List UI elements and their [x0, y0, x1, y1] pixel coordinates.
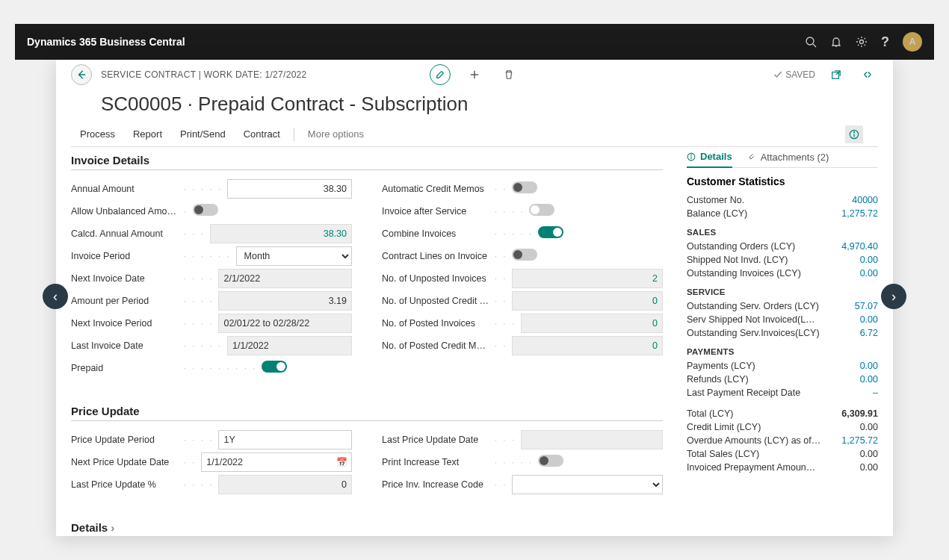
section-invoice-details[interactable]: Invoice Details — [71, 146, 663, 170]
label-unposted-invoices: No. of Unposted Invoices — [382, 273, 490, 284]
info-icon[interactable] — [845, 125, 863, 143]
allow-unbalanced-toggle[interactable] — [193, 204, 218, 216]
action-more-options[interactable]: More options — [299, 128, 373, 140]
svg-point-0 — [806, 37, 814, 45]
contract-lines-toggle[interactable] — [512, 249, 537, 261]
value-serv-shipped-not-inv[interactable]: 0.00 — [860, 314, 878, 325]
invoice-period-select[interactable]: Month — [236, 246, 352, 266]
label-auto-credit-memos: Automatic Credit Memos — [382, 184, 490, 194]
content: Invoice Details Annual Amount· · · · · A… — [71, 146, 878, 536]
label-credit-limit: Credit Limit (LCY) — [687, 422, 767, 432]
collapse-icon[interactable] — [857, 64, 878, 85]
label-next-invoice-period: Next Invoice Period — [71, 318, 179, 329]
label-price-update-period: Price Update Period — [71, 435, 179, 445]
value-outstanding-serv-orders[interactable]: 57.07 — [855, 301, 878, 311]
action-bar: Process Report Print/Send Contract More … — [71, 122, 878, 147]
back-button[interactable] — [71, 64, 92, 85]
annual-amount-input[interactable] — [227, 179, 352, 199]
gear-icon[interactable] — [856, 36, 868, 48]
sales-heading: SALES — [687, 228, 878, 237]
tab-attachments[interactable]: Attachments (2) — [747, 146, 829, 167]
next-record-button[interactable]: › — [881, 284, 906, 309]
label-invoice-period: Invoice Period — [71, 251, 179, 261]
svg-line-1 — [813, 44, 816, 47]
value-overdue[interactable]: 1,275.72 — [841, 435, 878, 446]
label-serv-shipped-not-inv: Serv Shipped Not Invoiced(L… — [687, 314, 821, 325]
value-outstanding-orders[interactable]: 4,970.40 — [841, 241, 878, 252]
main-panel: Invoice Details Annual Amount· · · · · A… — [71, 146, 675, 536]
next-invoice-period-field — [218, 314, 352, 333]
bell-icon[interactable] — [830, 36, 842, 48]
avatar[interactable]: A — [903, 32, 922, 52]
prev-record-button[interactable]: ‹ — [43, 284, 68, 309]
invoice-after-service-toggle[interactable] — [529, 204, 554, 216]
unposted-invoices-field[interactable] — [512, 269, 663, 288]
combine-invoices-toggle[interactable] — [538, 226, 563, 238]
label-outstanding-invoices: Outstanding Invoices (LCY) — [687, 268, 807, 279]
page-background: ‹ › SERVICE CONTRACT | WORK DATE: 1/27/2… — [15, 60, 934, 536]
new-icon[interactable] — [464, 64, 485, 85]
label-total-sales: Total Sales (LCY) — [687, 449, 765, 459]
value-payments[interactable]: 0.00 — [860, 361, 878, 371]
last-price-update-pct-field — [218, 475, 352, 494]
label-allow-unbalanced: Allow Unbalanced Amou… — [71, 206, 179, 217]
saved-indicator: SAVED — [773, 69, 815, 80]
section-price-update[interactable]: Price Update — [71, 397, 663, 421]
help-icon[interactable]: ? — [881, 34, 889, 50]
value-customer-no[interactable]: 40000 — [852, 195, 878, 205]
label-last-receipt: Last Payment Receipt Date — [687, 388, 806, 398]
delete-icon[interactable] — [498, 64, 519, 85]
label-balance: Balance (LCY) — [687, 208, 753, 219]
invoice-details-form: Annual Amount· · · · · Allow Unbalanced … — [71, 178, 663, 379]
label-invoiced-prepay: Invoiced Prepayment Amoun… — [687, 462, 821, 473]
separator — [294, 128, 294, 141]
label-calcd-annual: Calcd. Annual Amount — [71, 228, 179, 239]
print-increase-toggle[interactable] — [538, 455, 563, 467]
next-price-update-date-input[interactable] — [201, 452, 352, 472]
label-prepaid: Prepaid — [71, 363, 179, 373]
value-shipped-not-invd[interactable]: 0.00 — [860, 255, 878, 265]
label-last-price-update-pct: Last Price Update % — [71, 479, 179, 490]
card-header: SERVICE CONTRACT | WORK DATE: 1/27/2022 … — [56, 60, 893, 90]
service-heading: SERVICE — [687, 287, 878, 296]
auto-credit-memos-toggle[interactable] — [512, 181, 537, 193]
action-contract[interactable]: Contract — [235, 128, 289, 140]
unposted-credit-field[interactable] — [512, 291, 663, 311]
label-refunds: Refunds (LCY) — [687, 374, 755, 385]
value-total-sales: 0.00 — [860, 449, 878, 459]
price-inv-increase-code-select[interactable] — [512, 475, 663, 494]
search-icon[interactable] — [805, 36, 817, 48]
breadcrumb: SERVICE CONTRACT | WORK DATE: 1/27/2022 — [101, 69, 307, 80]
label-shipped-not-invd: Shipped Not Invd. (LCY) — [687, 255, 794, 265]
popout-icon[interactable] — [826, 64, 847, 85]
label-total: Total (LCY) — [687, 408, 740, 419]
price-update-period-input[interactable] — [218, 430, 352, 449]
label-combine-invoices: Combine Invoices — [382, 228, 490, 239]
action-process[interactable]: Process — [71, 128, 124, 140]
section-details[interactable]: Details — [71, 514, 663, 536]
value-outstanding-serv-inv[interactable]: 6.72 — [860, 328, 878, 338]
app-bar-icons: ? A — [805, 32, 922, 52]
svg-point-9 — [853, 131, 854, 132]
posted-credit-field[interactable] — [512, 336, 663, 355]
svg-point-3 — [860, 40, 864, 44]
last-invoice-date-field — [227, 336, 352, 355]
posted-invoices-field[interactable] — [521, 314, 663, 333]
amount-per-period-field — [218, 291, 352, 311]
svg-point-12 — [691, 155, 692, 155]
value-refunds[interactable]: 0.00 — [860, 374, 878, 385]
label-last-invoice-date: Last Invoice Date — [71, 340, 179, 351]
label-print-increase-text: Print Increase Text — [382, 457, 490, 467]
action-print-send[interactable]: Print/Send — [171, 128, 235, 140]
label-unposted-credit: No. of Unposted Credit … — [382, 296, 490, 306]
label-outstanding-serv-inv: Outstanding Serv.Invoices(LCY) — [687, 328, 826, 338]
label-overdue: Overdue Amounts (LCY) as of… — [687, 435, 826, 446]
value-last-receipt[interactable]: – — [873, 388, 878, 398]
action-report[interactable]: Report — [124, 128, 171, 140]
value-outstanding-invoices[interactable]: 0.00 — [860, 268, 878, 279]
factbox-tabs: Details Attachments (2) — [687, 146, 878, 168]
tab-details[interactable]: Details — [687, 146, 732, 168]
prepaid-toggle[interactable] — [262, 361, 287, 373]
value-balance[interactable]: 1,275.72 — [841, 208, 878, 219]
edit-icon[interactable] — [430, 64, 451, 85]
